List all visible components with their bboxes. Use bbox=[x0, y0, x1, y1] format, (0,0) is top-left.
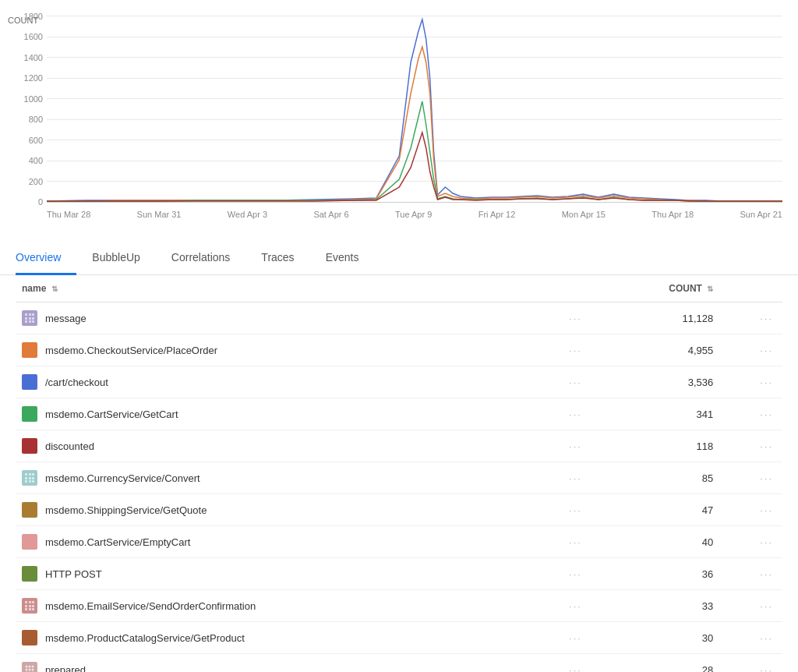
data-table: name ⇅ COUNT ⇅ bbox=[16, 275, 782, 672]
cell-dots-mid-1[interactable]: ··· bbox=[544, 334, 607, 366]
row-options-mid-4[interactable]: ··· bbox=[566, 439, 585, 454]
cell-count-6: 47 bbox=[607, 494, 719, 526]
cell-action-0[interactable]: ··· bbox=[719, 302, 782, 334]
svg-rect-8 bbox=[32, 320, 34, 323]
row-options-mid-6[interactable]: ··· bbox=[566, 503, 585, 518]
row-options-0[interactable]: ··· bbox=[757, 311, 776, 326]
x-label-3: Sat Apr 6 bbox=[313, 210, 348, 219]
cell-name-2: /cart/checkout bbox=[16, 366, 544, 398]
tab-bubbleup[interactable]: BubbleUp bbox=[76, 242, 156, 275]
col-name[interactable]: name ⇅ bbox=[16, 275, 544, 302]
row-options-mid-1[interactable]: ··· bbox=[566, 343, 585, 358]
cell-action-1[interactable]: ··· bbox=[719, 334, 782, 366]
chart-container: 1800 1600 1400 1200 1000 800 bbox=[47, 16, 782, 226]
cell-name-3: msdemo.CartService/GetCart bbox=[16, 398, 544, 430]
row-options-9[interactable]: ··· bbox=[757, 599, 776, 614]
row-options-5[interactable]: ··· bbox=[757, 471, 776, 486]
row-options-4[interactable]: ··· bbox=[757, 439, 776, 454]
cell-count-4: 118 bbox=[607, 430, 719, 462]
row-options-mid-10[interactable]: ··· bbox=[566, 631, 585, 645]
tab-correlations[interactable]: Correlations bbox=[156, 242, 245, 275]
cell-name-7: msdemo.CartService/EmptyCart bbox=[16, 526, 544, 558]
row-options-mid-5[interactable]: ··· bbox=[566, 471, 585, 486]
svg-rect-13 bbox=[29, 477, 31, 479]
svg-rect-4 bbox=[29, 317, 31, 320]
sort-icon-name: ⇅ bbox=[51, 285, 58, 293]
row-options-6[interactable]: ··· bbox=[757, 503, 776, 518]
tab-overview[interactable]: Overview bbox=[16, 242, 76, 275]
cell-dots-mid-0[interactable]: ··· bbox=[544, 302, 607, 334]
svg-rect-7 bbox=[29, 320, 31, 323]
svg-rect-16 bbox=[29, 480, 31, 483]
cell-action-10[interactable]: ··· bbox=[719, 622, 782, 654]
row-name-8: HTTP POST bbox=[45, 568, 102, 580]
row-options-8[interactable]: ··· bbox=[757, 567, 776, 582]
row-icon bbox=[22, 534, 37, 550]
row-options-7[interactable]: ··· bbox=[757, 535, 776, 550]
svg-rect-20 bbox=[32, 601, 34, 603]
svg-rect-14 bbox=[32, 477, 34, 479]
svg-rect-18 bbox=[25, 601, 27, 603]
cell-name-4: discounted bbox=[16, 430, 544, 462]
table-row: msdemo.EmailService/SendOrderConfirmatio… bbox=[16, 590, 782, 622]
row-options-mid-3[interactable]: ··· bbox=[566, 407, 585, 422]
row-icon bbox=[22, 662, 37, 672]
row-options-1[interactable]: ··· bbox=[757, 343, 776, 358]
row-options-mid-7[interactable]: ··· bbox=[566, 535, 585, 550]
row-options-mid-9[interactable]: ··· bbox=[566, 599, 585, 614]
cell-action-6[interactable]: ··· bbox=[719, 494, 782, 526]
svg-point-28 bbox=[29, 666, 31, 668]
row-options-mid-11[interactable]: ··· bbox=[566, 663, 585, 673]
row-icon bbox=[22, 310, 37, 326]
cell-dots-mid-8[interactable]: ··· bbox=[544, 558, 607, 590]
row-options-11[interactable]: ··· bbox=[757, 663, 776, 673]
tab-events[interactable]: Events bbox=[310, 242, 375, 275]
cell-count-10: 30 bbox=[607, 622, 719, 654]
cell-action-8[interactable]: ··· bbox=[719, 558, 782, 590]
x-label-1: Sun Mar 31 bbox=[137, 210, 182, 219]
row-options-mid-8[interactable]: ··· bbox=[566, 567, 585, 582]
cell-count-8: 36 bbox=[607, 558, 719, 590]
cell-dots-mid-9[interactable]: ··· bbox=[544, 590, 607, 622]
cell-dots-mid-4[interactable]: ··· bbox=[544, 430, 607, 462]
cell-action-4[interactable]: ··· bbox=[719, 430, 782, 462]
row-name-4: discounted bbox=[45, 440, 94, 452]
chart-area: COUNT 1800 1600 1400 1200 1000 bbox=[0, 0, 798, 242]
cell-dots-mid-3[interactable]: ··· bbox=[544, 398, 607, 430]
col-count[interactable]: COUNT ⇅ bbox=[607, 275, 719, 302]
cell-name-10: msdemo.ProductCatalogService/GetProduct bbox=[16, 622, 544, 654]
cell-count-1: 4,955 bbox=[607, 334, 719, 366]
row-name-6: msdemo.ShippingService/GetQuote bbox=[45, 504, 207, 516]
cell-action-5[interactable]: ··· bbox=[719, 462, 782, 494]
table-row: msdemo.CheckoutService/PlaceOrder ··· 4,… bbox=[16, 334, 782, 366]
row-options-3[interactable]: ··· bbox=[757, 407, 776, 422]
tab-traces[interactable]: Traces bbox=[245, 242, 309, 275]
row-options-2[interactable]: ··· bbox=[757, 375, 776, 390]
cell-action-11[interactable]: ··· bbox=[719, 654, 782, 673]
row-name-7: msdemo.CartService/EmptyCart bbox=[45, 536, 190, 548]
row-options-mid-2[interactable]: ··· bbox=[566, 375, 585, 390]
cell-dots-mid-10[interactable]: ··· bbox=[544, 622, 607, 654]
cell-action-7[interactable]: ··· bbox=[719, 526, 782, 558]
cell-dots-mid-5[interactable]: ··· bbox=[544, 462, 607, 494]
chart-svg bbox=[47, 16, 782, 203]
cell-dots-mid-6[interactable]: ··· bbox=[544, 494, 607, 526]
cell-dots-mid-2[interactable]: ··· bbox=[544, 366, 607, 398]
svg-rect-23 bbox=[32, 605, 34, 607]
sort-icon-count: ⇅ bbox=[707, 285, 713, 293]
cell-dots-mid-7[interactable]: ··· bbox=[544, 526, 607, 558]
cell-action-3[interactable]: ··· bbox=[719, 398, 782, 430]
table-row: msdemo.CartService/GetCart ··· 341 ··· bbox=[16, 398, 782, 430]
svg-rect-25 bbox=[29, 608, 31, 610]
row-name-10: msdemo.ProductCatalogService/GetProduct bbox=[45, 632, 245, 644]
cell-dots-mid-11[interactable]: ··· bbox=[544, 654, 607, 673]
row-icon bbox=[22, 598, 37, 614]
row-options-10[interactable]: ··· bbox=[757, 631, 776, 645]
row-options-mid-0[interactable]: ··· bbox=[566, 311, 585, 326]
cell-action-2[interactable]: ··· bbox=[719, 366, 782, 398]
cell-action-9[interactable]: ··· bbox=[719, 590, 782, 622]
svg-rect-5 bbox=[32, 317, 34, 320]
row-icon bbox=[22, 342, 37, 358]
cell-name-9: msdemo.EmailService/SendOrderConfirmatio… bbox=[16, 590, 544, 622]
svg-rect-10 bbox=[29, 473, 31, 476]
